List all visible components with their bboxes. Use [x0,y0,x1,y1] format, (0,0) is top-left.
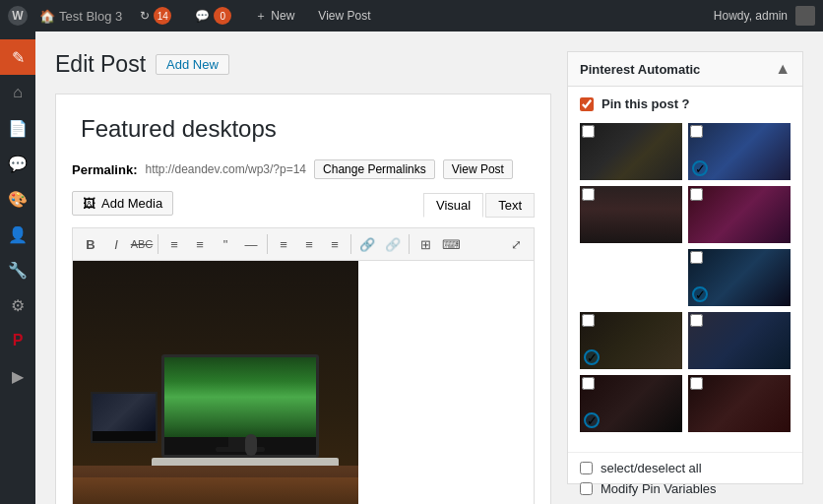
sidebar-item-appearance[interactable]: 🎨 [0,181,35,217]
image-checkbox-2[interactable] [690,125,703,138]
image-checkbox-6[interactable] [582,314,595,327]
align-left-button[interactable]: ≡ [272,232,295,256]
sidebar-item-pinterest[interactable]: P [0,323,35,358]
ordered-list-button[interactable]: ≡ [188,232,212,256]
sidebar-item-tools[interactable]: 🔧 [0,252,35,287]
text-tab[interactable]: Text [485,193,535,218]
bold-button[interactable]: B [79,232,102,256]
add-new-button[interactable]: Add New [156,54,229,75]
image-item [688,186,791,243]
unordered-list-button[interactable]: ≡ [162,232,186,256]
sidebar-item-users[interactable]: 👤 [0,217,35,252]
add-media-button[interactable]: 🖼 Add Media [72,191,173,216]
editor-tabs: Visual Text [423,193,535,218]
circle-checked-icon-3: ✓ [584,349,600,365]
pinterest-panel: Pinterest Automatic ▲ Pin this post ? ✓ [567,51,803,484]
circle-checked-icon-4: ✓ [584,412,600,428]
sidebar: ✎ ⌂ 📄 💬 🎨 👤 🔧 ⚙ P ▶ [0,32,35,504]
link-button[interactable]: 🔗 [355,232,379,256]
admin-bar: W 🏠 Test Blog 3 ↻ 14 💬 0 ＋ New View Post… [0,0,823,32]
image-grid: ✓ ✓ [580,123,791,432]
select-all-checkbox[interactable] [580,462,593,474]
post-title-input[interactable] [72,110,535,148]
formatting-toolbar: B I ABC ≡ ≡ " — ≡ ≡ ≡ 🔗 🔗 ⊞ ⌨ ⤢ [72,227,535,260]
image-item [688,312,791,369]
circle-checked-icon: ✓ [692,160,708,176]
updates-item[interactable]: ↻ 14 [134,7,177,25]
select-all-row: select/deselect all [580,461,791,475]
separator-2 [267,234,268,254]
admin-bar-right: Howdy, admin [714,6,815,26]
pin-this-label: Pin this post ? [601,96,690,111]
sidebar-item-comments[interactable]: 💬 [0,146,35,181]
fullscreen-button[interactable]: ⤢ [504,232,528,256]
strikethrough-button[interactable]: ABC [130,232,154,256]
permalink-label: Permalink: [72,162,137,177]
sidebar-item-media[interactable]: ▶ [0,358,35,394]
image-checkbox-5[interactable] [690,251,703,264]
image-checkbox-7[interactable] [690,314,703,327]
image-item: ✓ [580,375,682,432]
image-checkbox-1[interactable] [582,125,595,138]
modify-pin-checkbox[interactable] [580,482,593,495]
hr-button[interactable]: — [239,232,263,256]
italic-button[interactable]: I [104,232,128,256]
image-checkbox-8[interactable] [582,377,595,390]
image-checkbox-4[interactable] [690,188,703,201]
add-media-icon: 🖼 [83,196,95,211]
comments-item[interactable]: 💬 0 [189,7,237,25]
keyboard-button[interactable]: ⌨ [439,232,463,256]
avatar[interactable] [795,6,815,26]
unlink-button[interactable]: 🔗 [381,232,405,256]
pinterest-header: Pinterest Automatic ▲ [568,52,802,87]
image-item [580,186,682,243]
pin-this-checkbox[interactable] [580,97,594,111]
table-button[interactable]: ⊞ [413,232,437,256]
edit-area: Edit Post Add New Permalink: http://dean… [55,51,551,484]
align-right-button[interactable]: ≡ [323,232,347,256]
image-checkbox-9[interactable] [690,377,703,390]
modify-pin-label: Modify Pin Variables [601,481,717,496]
new-item[interactable]: ＋ New [249,8,300,25]
wp-logo[interactable]: W [8,6,28,26]
pinterest-bottom: select/deselect all Modify Pin Variables [568,452,802,504]
pinterest-body: Pin this post ? ✓ [568,87,802,452]
pinterest-title: Pinterest Automatic [580,62,700,77]
pin-this-row: Pin this post ? [580,96,791,111]
sidebar-item-settings[interactable]: ⚙ [0,287,35,323]
sidebar-item-posts[interactable]: ✎ [0,39,35,75]
separator-4 [409,234,410,254]
page-title: Edit Post [55,51,146,78]
user-greeting: Howdy, admin [714,9,788,23]
update-count: 14 [154,7,171,25]
image-item: ✓ [688,249,791,306]
circle-checked-icon-2: ✓ [692,286,708,302]
pinterest-collapse-button[interactable]: ▲ [775,60,791,78]
image-item [688,375,791,432]
post-editor: Permalink: http://deandev.com/wp3/?p=14 … [55,94,551,504]
select-all-label: select/deselect all [601,461,702,475]
separator-1 [158,234,158,254]
visual-tab[interactable]: Visual [423,193,483,218]
view-post-item[interactable]: View Post [312,9,376,23]
permalink-url: http://deandev.com/wp3/?p=14 [145,162,306,176]
image-checkbox-3[interactable] [582,188,595,201]
site-name[interactable]: 🏠 Test Blog 3 [39,9,122,24]
image-item: ✓ [580,312,682,369]
permalink-row: Permalink: http://deandev.com/wp3/?p=14 … [72,159,535,179]
align-center-button[interactable]: ≡ [297,232,321,256]
main-content: Edit Post Add New Permalink: http://dean… [35,32,823,504]
blockquote-button[interactable]: " [214,232,237,256]
separator-3 [350,234,351,254]
page-header: Edit Post Add New [55,51,551,78]
sidebar-item-dashboard[interactable]: ⌂ [0,75,35,110]
image-item [580,123,682,180]
comment-count: 0 [214,7,231,25]
sidebar-item-pages[interactable]: 📄 [0,110,35,146]
image-item: ✓ [688,123,791,180]
modify-pin-row: Modify Pin Variables [580,481,791,496]
view-post-button[interactable]: View Post [443,159,513,179]
change-permalinks-button[interactable]: Change Permalinks [314,159,435,179]
editor-content[interactable] [72,260,535,504]
